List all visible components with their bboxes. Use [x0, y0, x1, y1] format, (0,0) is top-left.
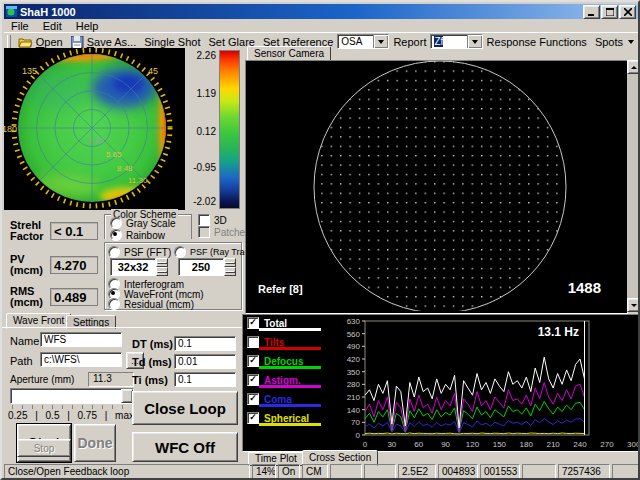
window-title: ShaH 1000: [20, 6, 582, 18]
report-button[interactable]: Report: [389, 34, 430, 49]
rainbow-label: Rainbow: [126, 230, 165, 241]
angle-label-180: 180: [4, 124, 17, 134]
name-label: Name: [10, 335, 39, 347]
menu-edit[interactable]: Edit: [36, 20, 69, 32]
psf-fft-radio[interactable]: PSF (FFT): [108, 246, 171, 258]
close-loop-button[interactable]: Close Loop: [132, 391, 238, 425]
x-tick-label: 90: [441, 440, 450, 449]
single-shot-label: Single Shot: [144, 36, 200, 48]
legend-checkbox[interactable]: [247, 336, 259, 348]
open-button[interactable]: Open: [14, 34, 67, 49]
gray-scale-radio[interactable]: Gray Scale: [110, 217, 175, 229]
legend-color-bar: [259, 347, 321, 350]
status-message: Close/Open Feedback loop: [4, 464, 250, 480]
legend-checkbox[interactable]: ✓: [247, 317, 259, 329]
psf-fft-spinner[interactable]: 32x32: [110, 258, 168, 276]
ti-input[interactable]: [174, 372, 236, 387]
scroll-up-icon[interactable]: [627, 60, 640, 74]
legend-label: Tilts: [264, 337, 284, 348]
legend-checkbox[interactable]: ✓: [247, 393, 259, 405]
menu-bar: File Edit Help: [4, 19, 638, 32]
dt-input[interactable]: [174, 336, 236, 351]
radius-label-3: 8.48: [117, 164, 133, 173]
scroll-down-icon[interactable]: [627, 298, 640, 312]
rainbow-radio-circle[interactable]: [110, 229, 122, 241]
open-folder-icon: [18, 36, 33, 48]
x-tick-label: 150: [493, 440, 507, 449]
legend-checkbox[interactable]: ✓: [247, 374, 259, 386]
set-reference-combobox[interactable]: OSA: [337, 34, 389, 49]
radius-label-2: 5.65: [106, 150, 122, 159]
3d-checkbox[interactable]: [198, 214, 210, 226]
x-tick-label: 270: [600, 440, 614, 449]
x-tick-label: 180: [520, 440, 534, 449]
path-label: Path: [10, 355, 33, 367]
rainbow-radio[interactable]: Rainbow: [110, 229, 165, 241]
psf-ray-value[interactable]: 250: [178, 258, 224, 276]
wavefront-map: 135 45 180 2.83 5.65 8.48 11.30: [4, 48, 185, 210]
shah-application-window: ShaH 1000 File Edit Help Open Save As...…: [0, 0, 640, 480]
legend-checkbox[interactable]: ✓: [247, 355, 259, 367]
status-cell: On: [278, 464, 300, 480]
save-as-button[interactable]: Save As...: [67, 34, 141, 49]
aperture-slider-track[interactable]: [10, 388, 134, 404]
psf-fft-down-icon[interactable]: [156, 267, 168, 276]
menu-help[interactable]: Help: [69, 20, 106, 32]
status-cell: 004893: [438, 464, 478, 480]
td-input[interactable]: [174, 354, 236, 369]
status-cell: [522, 464, 556, 480]
psf-fft-value[interactable]: 32x32: [110, 258, 156, 276]
legend-label: Coma: [264, 394, 292, 405]
set-reference-dropdown-icon[interactable]: [373, 35, 388, 48]
status-cell: 14%: [252, 464, 276, 480]
radius-label-1: 2.83: [88, 136, 104, 145]
td-label: Td (ms): [132, 356, 172, 368]
title-bar: ShaH 1000: [4, 4, 638, 19]
maximize-button[interactable]: [601, 5, 618, 19]
close-button[interactable]: [619, 5, 636, 19]
spots-label: Spots: [595, 36, 623, 48]
psf-ray-up-icon[interactable]: [224, 258, 236, 267]
patches-checkbox-row: Patches: [198, 226, 250, 238]
single-shot-button[interactable]: Single Shot: [140, 34, 204, 49]
psf-ray-down-icon[interactable]: [224, 267, 236, 276]
time-plot-panel: 0701402102803504204905606300306090120150…: [242, 314, 640, 452]
x-tick-label: 300: [627, 440, 639, 449]
open-label: Open: [36, 36, 63, 48]
path-input[interactable]: [40, 352, 122, 367]
toolbar-grip: [7, 35, 11, 48]
menu-file[interactable]: File: [4, 20, 36, 32]
status-cell: CM: [302, 464, 328, 480]
report-dropdown-icon[interactable]: [467, 35, 482, 48]
gray-scale-radio-circle[interactable]: [110, 217, 122, 229]
status-cell: 7257436: [558, 464, 610, 480]
sensor-camera-view: Refer [8] 1488: [245, 60, 628, 314]
plot-legend: ✓TotalTilts✓Defocus✓Astigm.✓Coma✓Spheric…: [243, 315, 363, 449]
status-cell: [612, 464, 640, 480]
x-tick-label: 0: [363, 440, 368, 449]
camera-scrollbar[interactable]: [627, 60, 640, 312]
psf-ray-spinner[interactable]: 250: [178, 258, 236, 276]
x-tick-label: 120: [466, 440, 480, 449]
psf-fft-up-icon[interactable]: [156, 258, 168, 267]
status-cell: 2.5E2: [398, 464, 436, 480]
report-combobox[interactable]: Zf: [430, 34, 482, 49]
spots-dropdown-icon[interactable]: [628, 40, 634, 44]
name-input[interactable]: [40, 332, 122, 347]
radius-label-4: 11.30: [128, 176, 148, 185]
spots-button[interactable]: Spots: [591, 34, 638, 49]
report-label: Report: [393, 36, 426, 48]
legend-label: Defocus: [264, 356, 303, 367]
ti-label: Ti (ms): [132, 374, 168, 386]
minimize-button[interactable]: [583, 5, 600, 19]
wfc-off-button[interactable]: WFC Off: [132, 432, 238, 462]
angle-label-45: 45: [148, 66, 158, 76]
residual-radio[interactable]: Residual (mcm): [108, 298, 194, 310]
legend-checkbox[interactable]: ✓: [247, 412, 259, 424]
3d-checkbox-row[interactable]: 3D: [198, 214, 227, 226]
x-tick-label: 30: [387, 440, 396, 449]
series-spherical: [365, 433, 585, 434]
response-functions-button[interactable]: Response Functions: [483, 34, 591, 49]
status-cell: 001553: [480, 464, 520, 480]
strehl-value: < 0.1: [50, 222, 98, 240]
